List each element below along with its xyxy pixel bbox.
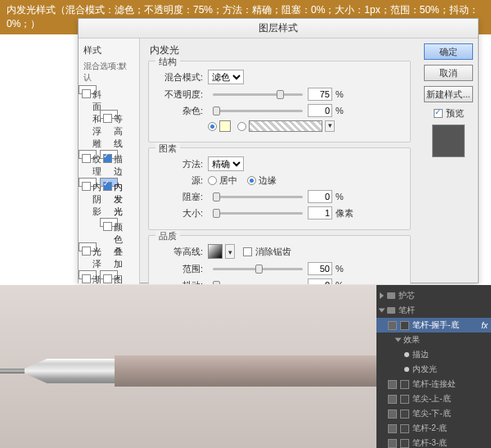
noise-slider[interactable] xyxy=(213,110,303,112)
folder-icon xyxy=(387,292,395,299)
layers-panel: 护芯笔杆笔杆-握手-底fx效果描边内发光笔杆-连接处笔尖-上-底笔尖-下-底笔杆… xyxy=(376,285,491,448)
disclosure-icon[interactable] xyxy=(379,309,385,313)
style-item-1[interactable]: 等高线 xyxy=(100,110,118,119)
disclosure-icon[interactable] xyxy=(395,338,402,342)
fx-dot-icon xyxy=(404,352,409,357)
range-slider[interactable] xyxy=(213,268,303,270)
layer-row-4[interactable]: 描边 xyxy=(376,347,491,362)
mask-thumb-icon xyxy=(400,321,409,330)
layer-row-7[interactable]: 笔尖-上-底 xyxy=(376,391,491,406)
mask-thumb-icon xyxy=(400,424,409,433)
elements-group: 图素 方法: 精确 源: 居中 边缘 阻塞: % 大小: 像素 xyxy=(148,147,411,230)
layer-thumb-icon xyxy=(388,424,397,433)
layer-thumb-icon xyxy=(388,380,397,389)
choke-input[interactable] xyxy=(308,190,332,203)
style-list: 样式 混合选项:默认 斜面和浮雕等高线纹理描边内阴影内发光光泽颜色叠加渐变叠加图… xyxy=(79,38,140,284)
opacity-slider[interactable] xyxy=(213,93,303,96)
layer-row-9[interactable]: 笔杆-2-底 xyxy=(376,421,491,436)
layer-row-6[interactable]: 笔杆-连接处 xyxy=(376,377,491,391)
mask-thumb-icon xyxy=(400,439,409,448)
opacity-input[interactable] xyxy=(308,88,332,101)
layer-row-5[interactable]: 内发光 xyxy=(376,362,491,377)
antialias-checkbox[interactable] xyxy=(243,247,252,256)
layer-thumb-icon xyxy=(388,395,397,404)
blend-options-default[interactable]: 混合选项:默认 xyxy=(79,59,139,85)
blend-mode-label: 混合模式: xyxy=(155,71,203,84)
layer-style-dialog: 图层样式 样式 混合选项:默认 斜面和浮雕等高线纹理描边内阴影内发光光泽颜色叠加… xyxy=(78,18,479,283)
choke-label: 阻塞: xyxy=(155,191,203,203)
color-radio[interactable] xyxy=(208,122,217,131)
preview-checkbox[interactable] xyxy=(434,109,443,118)
layer-row-2[interactable]: 笔杆-握手-底fx xyxy=(376,318,491,333)
mask-thumb-icon xyxy=(400,395,409,404)
range-label: 范围: xyxy=(155,263,203,275)
style-item-3[interactable]: 描边 xyxy=(100,150,118,159)
lower-panel: 护芯笔杆笔杆-握手-底fx效果描边内发光笔杆-连接处笔尖-上-底笔尖-下-底笔杆… xyxy=(0,285,491,448)
style-item-7[interactable]: 颜色叠加 xyxy=(100,218,118,227)
size-input[interactable] xyxy=(308,206,332,219)
contour-label: 等高线: xyxy=(155,246,203,258)
contour-picker[interactable] xyxy=(208,244,223,259)
pct-label: % xyxy=(336,89,344,99)
layer-row-8[interactable]: 笔尖-下-底 xyxy=(376,406,491,421)
choke-slider[interactable] xyxy=(213,196,303,198)
dialog-title: 图层样式 xyxy=(79,19,478,38)
gradient-swatch[interactable] xyxy=(249,120,322,132)
method-select[interactable]: 精确 xyxy=(208,156,244,171)
method-label: 方法: xyxy=(155,158,203,170)
noise-label: 杂色: xyxy=(155,105,203,117)
range-input[interactable] xyxy=(308,262,332,275)
style-item-4[interactable]: 内阴影 xyxy=(79,178,97,187)
jitter-label: 抖动: xyxy=(155,279,203,285)
style-item-8[interactable]: 渐变叠加 xyxy=(79,270,97,279)
style-item-0[interactable]: 斜面和浮雕 xyxy=(79,85,97,94)
style-item-5[interactable]: 内发光 xyxy=(100,178,118,187)
group-label: 图素 xyxy=(155,143,180,155)
new-style-button[interactable]: 新建样式... xyxy=(424,86,473,102)
structure-group: 结构 混合模式: 滤色 不透明度: % 杂色: % xyxy=(148,61,411,143)
source-edge-radio[interactable] xyxy=(247,176,256,185)
jitter-input[interactable] xyxy=(308,278,332,284)
disclosure-icon[interactable] xyxy=(380,292,384,299)
group-label: 结构 xyxy=(155,56,180,68)
layer-row-3[interactable]: 效果 xyxy=(376,333,491,347)
pencil-illustration xyxy=(0,351,376,391)
size-slider[interactable] xyxy=(213,212,303,215)
layer-row-1[interactable]: 笔杆 xyxy=(376,303,491,318)
ok-button[interactable]: 确定 xyxy=(424,43,473,60)
source-center-radio[interactable] xyxy=(208,176,217,185)
layer-row-10[interactable]: 笔杆-3-底 xyxy=(376,436,491,448)
group-label: 品质 xyxy=(155,230,180,242)
style-header: 样式 xyxy=(79,42,139,59)
opacity-label: 不透明度: xyxy=(155,88,203,101)
size-label: 大小: xyxy=(155,207,203,219)
blend-mode-select[interactable]: 滤色 xyxy=(208,70,244,84)
style-item-6[interactable]: 光泽 xyxy=(79,242,97,251)
jitter-slider[interactable] xyxy=(213,284,303,285)
style-item-2[interactable]: 纹理 xyxy=(79,150,97,159)
layer-thumb-icon xyxy=(388,439,397,448)
gradient-radio[interactable] xyxy=(237,122,246,131)
mask-thumb-icon xyxy=(400,380,409,389)
color-swatch[interactable] xyxy=(219,120,231,132)
panel-title: 内发光 xyxy=(150,43,411,57)
contour-dropdown[interactable]: ▾ xyxy=(225,244,235,259)
layer-thumb-icon xyxy=(388,321,397,330)
noise-input[interactable] xyxy=(308,104,332,117)
style-item-9[interactable]: 图案叠加 xyxy=(100,270,118,279)
layer-thumb-icon xyxy=(388,410,397,419)
fx-dot-icon xyxy=(404,367,409,372)
source-label: 源: xyxy=(155,174,203,187)
preview-swatch xyxy=(432,124,465,157)
cancel-button[interactable]: 取消 xyxy=(424,65,473,81)
mask-thumb-icon xyxy=(400,410,409,419)
folder-icon xyxy=(387,307,395,314)
layer-row-0[interactable]: 护芯 xyxy=(376,288,491,303)
quality-group: 品质 等高线: ▾ 消除锯齿 范围: % 抖动: % xyxy=(148,235,411,284)
gradient-dropdown[interactable]: ▾ xyxy=(325,120,335,132)
